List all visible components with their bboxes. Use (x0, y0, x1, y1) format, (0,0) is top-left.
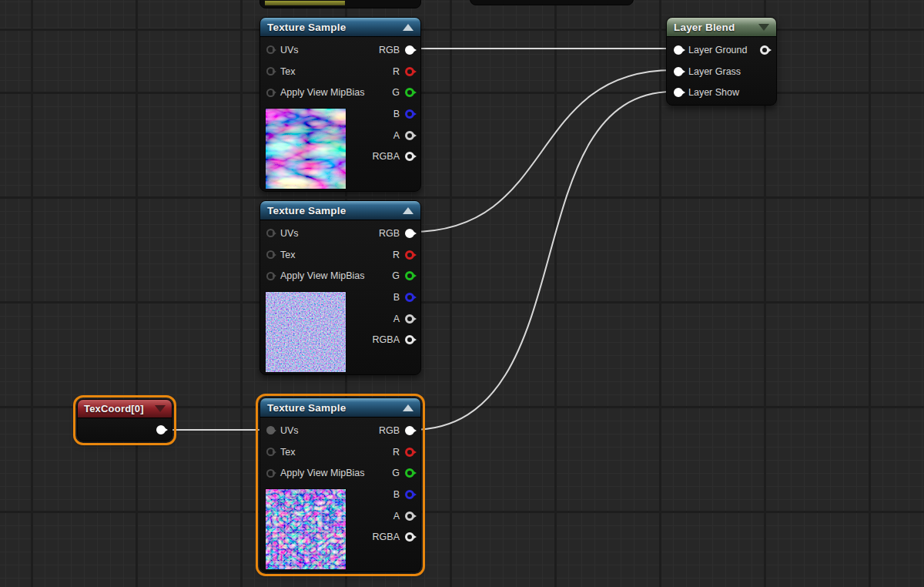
texture-sample-node-2[interactable]: Texture Sample UVs RGB Tex R Apply View … (259, 200, 421, 375)
wire-ts2-rgb-to-layer-grass[interactable] (411, 70, 673, 232)
input-label: Apply View MipBias (280, 87, 365, 98)
input-pin-layer-grass[interactable] (674, 67, 683, 76)
output-pin-g[interactable] (405, 271, 414, 280)
texture-preview-partial (265, 1, 345, 5)
pin-row: Apply View MipBias G (260, 265, 420, 287)
pin-row: Tex R (260, 441, 420, 463)
input-pin-tex[interactable] (266, 250, 275, 259)
input-pin-layer-ground[interactable] (674, 45, 683, 55)
input-pin-uvs[interactable] (266, 229, 275, 237)
output-pin[interactable] (760, 45, 769, 55)
output-pin-r[interactable] (405, 67, 414, 76)
node-title: Texture Sample (267, 402, 346, 414)
input-label: UVs (280, 45, 299, 55)
input-pin-apply-view-mipbias[interactable] (266, 272, 275, 280)
output-pin-rgb[interactable] (405, 426, 414, 435)
pin-row: Apply View MipBias G (260, 462, 420, 484)
output-pin-b[interactable] (405, 293, 414, 302)
input-label: Layer Grass (688, 66, 741, 77)
input-label: Layer Show (688, 87, 739, 98)
output-pin-r[interactable] (405, 250, 414, 260)
output-pin-b[interactable] (405, 109, 414, 119)
pin-row: Layer Show (667, 82, 776, 103)
node-title: Texture Sample (267, 22, 346, 33)
node-title: Layer Blend (674, 22, 735, 33)
collapse-up-icon[interactable] (403, 404, 413, 411)
output-label: A (393, 130, 400, 141)
input-pin-uvs[interactable] (266, 426, 275, 434)
output-pin-b[interactable] (405, 490, 414, 499)
output-pin-a[interactable] (405, 314, 414, 324)
pin-row: Layer Grass (667, 61, 776, 82)
output-label: RGBA (373, 334, 400, 345)
dropdown-arrow-icon[interactable] (758, 24, 769, 31)
output-pin-rgba[interactable] (405, 152, 414, 161)
output-label: R (393, 447, 400, 458)
output-label: RGB (379, 425, 400, 436)
output-label: B (393, 489, 400, 500)
input-pin-tex[interactable] (266, 448, 275, 456)
output-pin-rgba[interactable] (405, 532, 414, 542)
texture-sample-node-1[interactable]: Texture Sample UVs RGB Tex R Apply View … (259, 17, 421, 192)
input-label: Apply View MipBias (280, 468, 365, 478)
layer-blend-node[interactable]: Layer Blend Layer Ground Layer Grass Lay… (666, 17, 777, 106)
input-pin-uvs[interactable] (266, 45, 275, 54)
pin-row: Tex R (260, 61, 420, 82)
texture-preview (265, 108, 346, 190)
input-label: UVs (280, 425, 299, 436)
input-label: UVs (280, 228, 299, 239)
output-pin-rgb[interactable] (405, 45, 414, 55)
node-title: Texture Sample (267, 205, 346, 216)
input-label: Tex (280, 447, 295, 458)
output-label: B (393, 292, 400, 303)
output-label: RGBA (373, 532, 400, 542)
wire-ts3-rgb-to-layer-show[interactable] (411, 92, 673, 430)
node-header[interactable]: TexCoord[0] (78, 400, 172, 418)
output-label: R (393, 250, 400, 260)
output-label: G (392, 87, 400, 98)
output-pin[interactable] (156, 425, 166, 434)
texture-preview (265, 488, 346, 570)
pin-row: Tex R (260, 244, 420, 266)
output-label: G (392, 270, 400, 281)
collapse-up-icon[interactable] (403, 24, 413, 31)
output-label: A (393, 511, 400, 522)
material-graph-canvas[interactable]: Texture Sample UVs RGB Tex R Apply View … (0, 0, 924, 587)
partial-node-top-right[interactable] (470, 0, 634, 5)
output-pin-rgba[interactable] (405, 335, 414, 344)
pin-row: Layer Ground (667, 39, 776, 61)
node-title: TexCoord[0] (84, 403, 144, 414)
collapse-up-icon[interactable] (403, 207, 413, 214)
wires-layer (0, 0, 924, 587)
output-label: A (393, 314, 400, 324)
texture-preview (265, 291, 346, 373)
output-pin-a[interactable] (405, 512, 414, 521)
texture-sample-node-3[interactable]: Texture Sample UVs RGB Tex R Apply View … (259, 397, 421, 572)
pin-row: UVs RGB (260, 420, 420, 441)
input-label: Tex (280, 250, 295, 260)
output-pin-g[interactable] (405, 88, 414, 97)
input-pin-apply-view-mipbias[interactable] (266, 469, 275, 478)
output-label: G (392, 468, 400, 478)
node-header[interactable]: Texture Sample (260, 201, 420, 220)
partial-node-top-left[interactable] (259, 0, 421, 8)
input-pin-apply-view-mipbias[interactable] (266, 89, 275, 97)
output-label: RGB (379, 228, 400, 239)
output-pin-r[interactable] (405, 448, 414, 457)
output-pin-g[interactable] (405, 468, 414, 478)
output-pin-rgb[interactable] (405, 229, 414, 238)
input-pin-layer-show[interactable] (674, 88, 683, 97)
node-header[interactable]: Texture Sample (260, 18, 420, 37)
pin-row: UVs RGB (260, 223, 420, 244)
input-label: Tex (280, 66, 295, 77)
output-pin-a[interactable] (405, 131, 414, 140)
node-header[interactable]: Texture Sample (260, 398, 420, 418)
output-label: B (393, 109, 400, 119)
dropdown-arrow-icon[interactable] (155, 405, 166, 412)
input-pin-tex[interactable] (266, 67, 275, 75)
output-label: RGB (379, 45, 400, 55)
pin-row: UVs RGB (260, 39, 420, 61)
input-label: Apply View MipBias (280, 270, 365, 281)
texcoord-node[interactable]: TexCoord[0] (77, 399, 172, 441)
node-header[interactable]: Layer Blend (667, 18, 776, 37)
